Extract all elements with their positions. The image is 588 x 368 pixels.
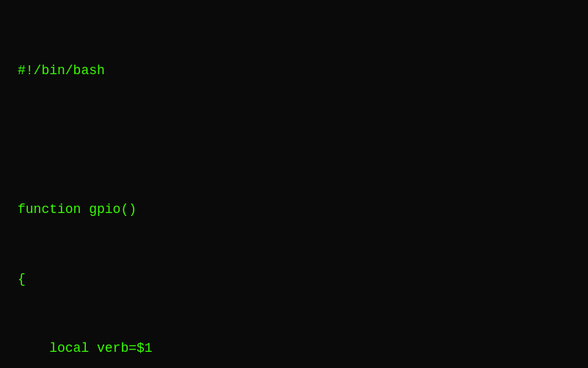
code-editor: #!/bin/bash function gpio() { local verb… <box>0 0 588 368</box>
code-line-1: #!/bin/bash <box>18 59 570 83</box>
code-line-4: { <box>18 268 570 292</box>
code-line-5: local verb=$1 <box>18 337 570 361</box>
code-line-3: function gpio() <box>18 198 570 222</box>
code-line-blank-1 <box>18 129 570 153</box>
